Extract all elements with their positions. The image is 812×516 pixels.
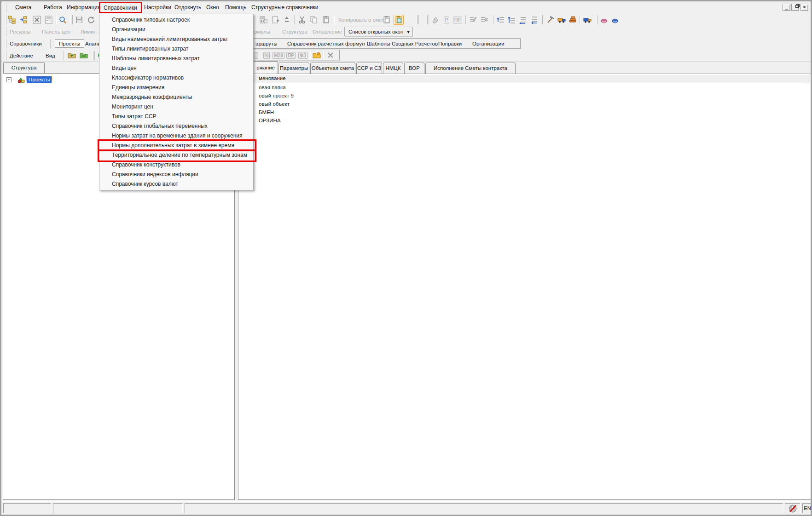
raschetnye-formuly-button[interactable]: Справочник расчётных формул [287,40,365,48]
tab-spravochniki[interactable]: Справочники [10,40,42,48]
chevron-down-icon: ▾ [407,28,410,36]
menu-item-tipy-zatrat-ssr[interactable]: Типы затрат ССР [100,112,253,121]
menu-item-spravochnik-tipovyh-nastroek[interactable]: Справочник типовых настроек [100,15,253,25]
insert-row-left-icon[interactable] [529,15,539,25]
tab-vor[interactable]: ВОР [404,63,424,74]
tree-expand-icon[interactable]: + [6,77,12,82]
eraser-icon [430,15,441,25]
copy-to-estimate-button: Копировать в смету [338,16,387,24]
tab-proekty-selected[interactable]: Проекты [55,39,84,48]
toolbar-separator [310,51,310,59]
marshruty-button-fragment[interactable]: аршруты [255,40,278,48]
tab-ssr-i-sz[interactable]: ССР и СЗ [356,63,382,74]
menu-item-spravochnik-kursov-valyut[interactable]: Справочник курсов валют [100,179,253,189]
price-p-icon: P [441,15,452,25]
restore-button[interactable] [791,4,799,11]
refresh-icon [86,15,96,25]
project-list-area: менование овая папка овый проект 9 овый … [238,74,811,500]
tab-parametry[interactable]: Параметры [278,63,309,74]
menu-item-spravochnik-globalnyh-peremennyh[interactable]: Справочник глобальных переменных [100,121,253,131]
delete-tree-icon [479,15,489,25]
delivery-truck-icon[interactable] [582,15,592,25]
menu-informacia[interactable]: Информация [66,3,101,12]
language-indicator[interactable]: EN [802,503,812,513]
list-item-korzina-fragment[interactable]: ОРЗИНА [239,116,810,125]
popravki-button[interactable]: Поправки [438,40,462,48]
column-header-label: менование [259,75,286,82]
tree-item-proekty[interactable]: Проекты [27,76,52,83]
menu-item-edinicy-izmereniya[interactable]: Единицы измерения [100,83,253,92]
books-pink-icon[interactable] [599,15,609,25]
tab-struktura[interactable]: Структура [3,62,45,73]
status-bar: EN [1,501,811,514]
list-item-novaya-papka-fragment[interactable]: овая папка [239,83,810,92]
toolbar-grip[interactable] [93,51,95,60]
toolbar-grip[interactable] [417,15,419,24]
minimize-button[interactable]: _ [783,4,790,11]
folder-collapse-icon[interactable] [79,50,89,60]
organizacii-button[interactable]: Организации [472,40,505,48]
hierarchy-move-icon[interactable] [18,15,28,25]
bricks-icon[interactable] [568,15,578,25]
insert-row-above-icon[interactable] [496,15,506,25]
menu-item-vidy-naimenovaniy-limitirovannyh-zatrat[interactable]: Виды наименований лимитированных затрат [100,34,253,44]
move-row-left-icon[interactable] [518,15,528,25]
tab-nmck[interactable]: НМЦК [383,63,403,74]
toolbar-grip[interactable] [4,51,7,60]
search-icon[interactable] [58,15,68,25]
menu-item-shablony-limitirovannyh-zatrat[interactable]: Шаблоны лимитированных затрат [100,54,253,63]
edit-tree-icon [468,15,478,25]
menu-item-tipy-limitirovannyh-zatrat[interactable]: Типы лимитированных затрат [100,44,253,54]
books-blue-icon[interactable] [610,15,620,25]
menu-item-organizacii[interactable]: Организации [100,25,253,34]
fz-icon: ФЗ [297,50,308,60]
menu-pomosch[interactable]: Помощь [224,3,247,12]
menu-nastroyki[interactable]: Настройки [143,3,172,12]
menu-vid[interactable]: Вид [46,52,55,60]
menu-strukturnye-spravochniki[interactable]: Структурные справочники [250,3,319,12]
open-windows-list-button[interactable]: Список открытых окон ▾ [344,27,412,36]
toolbar-grip[interactable] [595,15,598,24]
truck-icon[interactable] [557,15,567,25]
menu-item-klassifikator-normativov[interactable]: Классификатор нормативов [100,73,253,83]
formuly-button-fragment: рмулы [254,28,270,36]
menu-spravochniki-highlighted[interactable]: Справочники [99,2,142,13]
menu-item-monitoring-cen[interactable]: Мониторинг цен [100,102,253,112]
menu-okno[interactable]: Окно [205,3,220,12]
folder-up-icon[interactable] [67,50,77,60]
toolbar-grip[interactable] [4,27,7,36]
toolbar-grip[interactable] [4,39,7,48]
menu-deystvie[interactable]: Действие [10,52,33,60]
toolbar-grip[interactable] [427,15,429,24]
list-item-obmen-fragment[interactable]: БМЕН [239,108,810,116]
toolbar-grip[interactable] [70,15,73,24]
status-cell [185,503,783,513]
paste-buffer-icon-active[interactable] [394,15,404,25]
column-header-naimenovanie-fragment[interactable]: менование [239,75,810,82]
close-button[interactable]: × [800,4,808,11]
move-row-up-icon[interactable] [507,15,517,25]
menu-item-mezhrazryadnye-koefficienty[interactable]: Межразрядные коэффициенты [100,92,253,102]
menu-item-vidy-cen[interactable]: Виды цен [100,63,253,73]
projects-node-icon [17,76,25,83]
menu-item-spravochniki-indeksov-inflyacii[interactable]: Справочники индексов инфляции [100,170,253,179]
calculator-icon [258,15,268,25]
shablony-svodnyh-raschetov-button[interactable]: Шаблоны Сводных Расчётов [367,40,438,48]
pickaxe-icon[interactable] [545,15,556,25]
list-item-novyi-obekt-fragment[interactable]: овый объект [239,100,810,108]
save-icon [74,15,84,25]
toolbar-grip[interactable] [491,15,494,24]
tab-ispolnenie-smety-kontrakta[interactable]: Исполнение Сметы контракта (ЕИС) [425,63,516,74]
folder-settings-icon[interactable] [312,50,322,60]
toolbar-grip[interactable] [542,15,545,24]
menu-otdohnut[interactable]: Отдохнуть [174,3,202,12]
toolbar-separator [580,15,580,24]
reference-buttons-panel: аршруты Справочник расчётных формул Шабл… [252,38,521,49]
menu-rabota[interactable]: Работа [43,3,63,12]
toolbar-separator [294,15,295,24]
toolbar-grip[interactable] [4,3,7,12]
tab-obektnaya-smeta[interactable]: Объектная смета [310,63,355,74]
list-item-novyi-proekt-9-fragment[interactable]: овый проект 9 [239,92,810,100]
menu-smeta[interactable]: Смета [14,3,32,12]
hierarchy-expand-icon[interactable] [7,15,17,25]
